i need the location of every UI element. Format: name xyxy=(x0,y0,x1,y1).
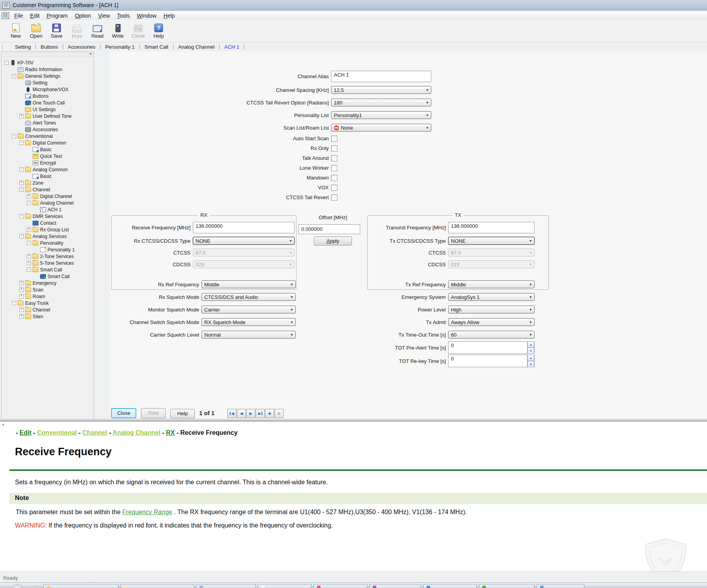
tree-item[interactable]: KP-70V xyxy=(4,59,93,66)
toolbar-button[interactable]: Save xyxy=(46,21,67,41)
start-button[interactable] xyxy=(12,584,23,588)
tree-expander-icon[interactable] xyxy=(19,234,24,238)
last-record-icon[interactable]: ▶ xyxy=(256,409,265,418)
taskbar-button[interactable] xyxy=(121,584,194,588)
field-control[interactable]: Middle ▼ ▲▼ xyxy=(201,280,296,288)
menu-item[interactable]: Edit xyxy=(27,12,43,20)
help-button[interactable]: Help xyxy=(170,409,195,418)
checkbox[interactable] xyxy=(331,185,337,191)
checkbox[interactable] xyxy=(331,194,337,201)
toolbar-button[interactable]: Clone xyxy=(128,21,148,41)
field-control[interactable]: CTCSS/DCS and Audio ▼ ▲▼ xyxy=(201,293,296,301)
tree-item[interactable]: Roam xyxy=(4,293,93,300)
tree-item[interactable]: Basic xyxy=(4,146,93,153)
tab[interactable]: Buttons xyxy=(36,44,63,49)
breadcrumb-item[interactable]: - Edit xyxy=(16,429,31,436)
toolbar-button[interactable]: Print xyxy=(67,21,87,41)
tree-expander-icon[interactable] xyxy=(27,201,31,205)
tree-item[interactable]: Basic xyxy=(4,173,93,180)
checkbox[interactable] xyxy=(331,136,337,142)
field-control[interactable]: ACH 1 ▼ ▲▼ xyxy=(331,71,431,82)
tree-item[interactable]: ACH 1 xyxy=(4,206,93,213)
first-record-icon[interactable]: ◀ xyxy=(227,409,236,418)
tree-item[interactable]: Quick Text xyxy=(4,153,93,159)
tree-item[interactable]: Zone xyxy=(4,180,93,186)
tree-item[interactable]: Analog Services xyxy=(4,233,93,240)
tree-item[interactable]: UI Settings xyxy=(4,106,93,113)
checkbox[interactable] xyxy=(331,175,337,181)
next-record-icon[interactable]: ▶ xyxy=(246,409,255,418)
close-button[interactable]: Close xyxy=(111,408,136,418)
field-control[interactable]: 180 ▼ ▲▼ xyxy=(331,99,431,106)
apply-button[interactable]: Apply xyxy=(314,236,352,245)
tab[interactable]: ACH 1 xyxy=(220,44,244,49)
checkbox[interactable] xyxy=(331,145,337,152)
delete-record-icon[interactable]: × xyxy=(275,409,284,418)
checkbox[interactable] xyxy=(331,155,337,161)
spin-down-icon[interactable]: ▼ xyxy=(528,348,534,354)
tree-item[interactable]: 2-Tone Services xyxy=(4,253,93,260)
field-control[interactable]: 67.0 ▼ ▲▼ xyxy=(193,249,295,256)
tree-expander-icon[interactable] xyxy=(19,288,24,292)
field-control[interactable]: AnalogSys 1 ▼ ▲▼ xyxy=(448,293,535,301)
tree-expander-icon[interactable] xyxy=(27,261,31,265)
tree-item[interactable]: Buttons xyxy=(4,93,93,99)
spin-up-icon[interactable]: ▲ xyxy=(528,355,534,361)
field-control[interactable]: None ▼ ▲▼ xyxy=(331,124,431,132)
tree-expander-icon[interactable] xyxy=(19,181,24,185)
tree-item[interactable]: Rx Group List xyxy=(4,226,93,233)
tree-expander-icon[interactable] xyxy=(12,301,16,305)
toolbar-button[interactable]: Write xyxy=(108,21,128,41)
tree-expander-icon[interactable] xyxy=(19,187,24,192)
tree-expander-icon[interactable] xyxy=(19,281,24,285)
tree-expander-icon[interactable] xyxy=(19,294,24,299)
toolbar-button[interactable]: Open xyxy=(26,21,46,41)
tree-expander-icon[interactable] xyxy=(19,114,24,118)
tab[interactable]: Accessories xyxy=(63,44,101,49)
taskbar-button[interactable] xyxy=(423,584,477,588)
field-control[interactable]: Aways Allow ▼ ▲▼ xyxy=(448,318,535,326)
breadcrumb-item[interactable]: - Channel xyxy=(79,429,107,436)
breadcrumb-item[interactable]: - Analog Channel xyxy=(109,429,160,436)
tree-item[interactable]: Alert Tones xyxy=(4,119,93,126)
field-control[interactable]: 136.000000 ▼ ▲▼ xyxy=(193,222,295,233)
taskbar-button[interactable] xyxy=(258,584,311,588)
toolbar-button[interactable]: Help xyxy=(148,21,169,41)
menu-item[interactable]: Window xyxy=(133,12,160,20)
field-control[interactable]: 0 ▼ ▲▼ xyxy=(448,341,535,354)
taskbar-button[interactable] xyxy=(537,584,584,588)
tree-expander-icon[interactable] xyxy=(4,60,9,65)
tree-expander-icon[interactable] xyxy=(27,194,31,198)
tree-item[interactable]: User Defined Tone xyxy=(4,113,93,119)
tree-item[interactable]: Conventional xyxy=(4,133,93,139)
menu-item[interactable]: File xyxy=(11,12,27,20)
tab[interactable]: Setting xyxy=(10,44,36,49)
spin-down-icon[interactable]: ▼ xyxy=(528,361,534,367)
menu-item[interactable]: Tools xyxy=(114,12,134,20)
frequency-range-link[interactable]: Frequency Range xyxy=(122,509,172,515)
tree-item[interactable]: DMR Services xyxy=(4,213,93,220)
tree-item[interactable]: Digital Channel xyxy=(4,193,93,200)
help-splitter[interactable] xyxy=(0,419,707,421)
spin-up-icon[interactable]: ▲ xyxy=(528,341,534,348)
close-tree-icon[interactable]: × xyxy=(90,51,92,56)
menu-item[interactable]: Program xyxy=(43,12,71,20)
tree-item[interactable]: Emergency xyxy=(4,280,93,286)
tree-item[interactable]: Sites xyxy=(4,313,93,320)
previous-record-icon[interactable]: ◀ xyxy=(237,409,246,418)
tree-expander-icon[interactable] xyxy=(27,267,31,272)
tree-item[interactable]: Encrypt xyxy=(4,159,93,166)
tree-expander-icon[interactable] xyxy=(12,134,16,138)
tab[interactable]: Analog Channel xyxy=(174,44,220,49)
taskbar-button[interactable] xyxy=(313,584,367,588)
tree-item[interactable]: General Settings xyxy=(4,73,93,79)
tab[interactable]: Smart Call xyxy=(140,44,174,49)
field-control[interactable]: 0 ▼ ▲▼ xyxy=(448,355,535,367)
spinner-buttons[interactable]: ▲▼ xyxy=(527,355,534,367)
tree-item[interactable]: Channel xyxy=(4,186,93,193)
tree-item[interactable]: Accessories xyxy=(4,126,93,133)
print-button[interactable]: Print xyxy=(141,408,166,418)
tree-item[interactable]: Personality xyxy=(4,240,93,246)
tree-item[interactable]: Easy Trunk xyxy=(4,300,93,306)
close-help-icon[interactable]: × xyxy=(2,422,4,427)
